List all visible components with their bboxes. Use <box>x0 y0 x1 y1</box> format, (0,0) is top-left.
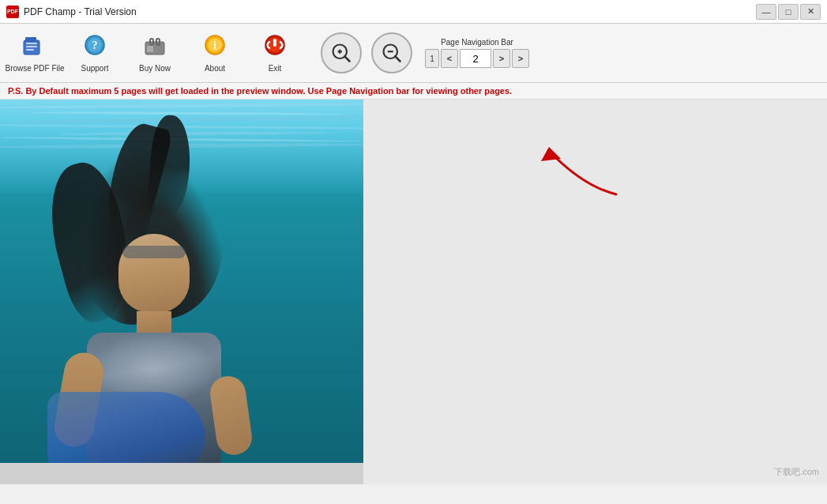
nav-page-input[interactable] <box>460 49 491 68</box>
minimize-button[interactable]: — <box>756 4 776 20</box>
support-button[interactable]: ? Support <box>66 28 123 79</box>
pdf-empty-area <box>363 100 827 484</box>
exit-button[interactable]: Exit <box>246 28 303 79</box>
svg-rect-1 <box>25 37 36 42</box>
page-navigation-bar: Page Navigation Bar 1 < > > <box>425 38 529 68</box>
title-bar-left: PDF PDF Champ - Trial Version <box>6 6 137 18</box>
svg-line-24 <box>395 56 400 61</box>
nav-prev-button[interactable]: < <box>441 49 458 68</box>
content-area: 下载吧.com <box>0 100 827 484</box>
svg-rect-4 <box>26 49 34 51</box>
watermark-text: 下载吧.com <box>774 467 819 476</box>
pdf-page-preview <box>0 100 363 463</box>
browse-pdf-button[interactable]: Browse PDF File <box>6 28 63 79</box>
zoom-in-button[interactable] <box>321 32 362 73</box>
about-label: About <box>205 64 225 73</box>
info-message: P.S. By Default maximum 5 pages will get… <box>8 86 512 96</box>
watermark: 下载吧.com <box>774 466 819 478</box>
svg-text:i: i <box>213 39 216 51</box>
svg-rect-2 <box>26 43 37 44</box>
svg-line-21 <box>344 56 349 61</box>
browse-label: Browse PDF File <box>6 64 65 73</box>
browse-icon <box>22 34 47 62</box>
buy-now-button[interactable]: Buy Now <box>126 28 183 79</box>
about-button[interactable]: i About <box>186 28 243 79</box>
svg-rect-17 <box>273 39 276 47</box>
support-label: Support <box>81 64 108 73</box>
figure-neck <box>137 311 171 335</box>
svg-rect-11 <box>147 46 153 52</box>
svg-rect-3 <box>26 46 37 47</box>
maximize-button[interactable]: □ <box>778 4 799 20</box>
close-button[interactable]: ✕ <box>800 4 821 20</box>
nav-next-button[interactable]: > <box>493 49 510 68</box>
nav-first-page[interactable]: 1 <box>425 49 439 68</box>
figure-fabric <box>47 392 205 463</box>
zoom-in-icon <box>330 42 352 64</box>
zoom-out-button[interactable] <box>371 32 412 73</box>
exit-icon <box>262 34 288 62</box>
nav-controls: 1 < > > <box>425 49 529 68</box>
support-icon: ? <box>82 34 107 62</box>
svg-text:?: ? <box>92 39 98 51</box>
buy-icon <box>142 34 167 62</box>
title-bar: PDF PDF Champ - Trial Version — □ ✕ <box>0 0 827 24</box>
zoom-out-icon <box>381 42 403 64</box>
window-title: PDF Champ - Trial Version <box>24 6 137 17</box>
nav-bar-label: Page Navigation Bar <box>441 38 513 47</box>
title-bar-controls: — □ ✕ <box>756 4 821 20</box>
toolbar: Browse PDF File ? Support Buy Now <box>0 24 827 83</box>
figure-glasses <box>122 246 186 258</box>
nav-last-button[interactable]: > <box>512 49 529 68</box>
buy-label: Buy Now <box>139 64 171 73</box>
app-icon: PDF <box>6 6 19 18</box>
about-icon: i <box>202 34 227 62</box>
exit-label: Exit <box>269 64 282 73</box>
figure <box>0 100 363 463</box>
info-bar: P.S. By Default maximum 5 pages will get… <box>0 83 827 100</box>
